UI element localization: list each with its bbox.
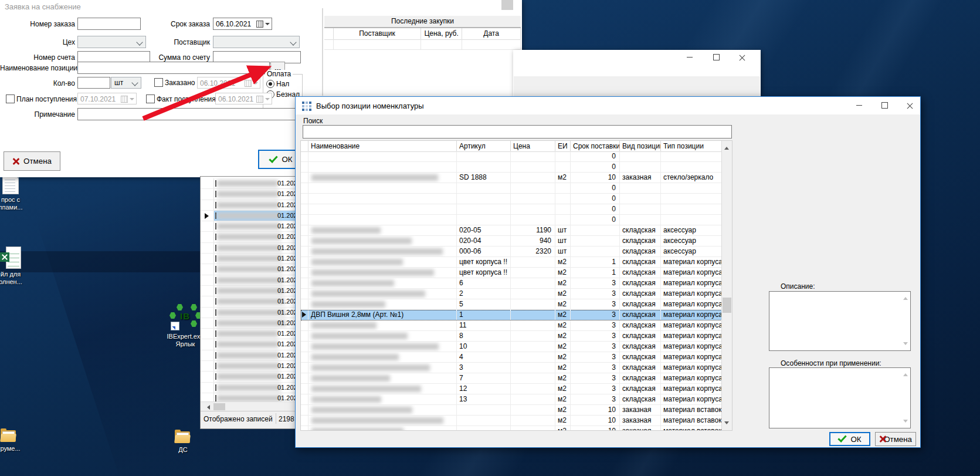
close-button[interactable] [900,99,919,111]
record-row[interactable]: 01.2021 [201,286,296,296]
nomenclature-row[interactable]: 0 [301,215,722,225]
nomenclature-row[interactable]: цвет корпуса !!м21складскаяматериал корп… [301,257,722,268]
ordered-checkbox[interactable] [154,78,163,87]
record-row[interactable]: 01.2021 [201,221,296,232]
nomenclature-row[interactable]: 020-04940штскладскаяаксессуар [301,236,722,247]
scroll-up-icon[interactable] [724,144,729,150]
order-number-input[interactable] [77,18,141,30]
inactive-window-button[interactable] [501,0,513,10]
nomenclature-row[interactable]: 10м23складскаяматериал корпуса [301,342,722,352]
workshop-combobox[interactable] [77,36,146,48]
scroll-down-icon[interactable] [724,421,729,427]
nomenclature-row[interactable]: м210заказнаяматериал вставок [301,416,722,426]
record-row[interactable]: 01.2021 [201,296,296,307]
maximize-button[interactable] [707,51,725,63]
nomenclature-row[interactable]: 6м23складскаяматериал корпуса [301,278,722,289]
nomenclature-row[interactable]: 0 [301,204,722,215]
nomenclature-row[interactable]: м210заказнаяматериал вставок [301,426,722,431]
unit-combobox[interactable]: шт [111,77,141,89]
nomenclature-row[interactable]: 3м23складскаяматериал корпуса [301,363,722,373]
close-button[interactable] [733,51,751,63]
fact-receipt-date-field[interactable]: 06.10.2021 [215,93,272,104]
dialog-ok-button[interactable]: ОК [829,432,870,446]
desktop-icon-excel-file[interactable]: йл дляолнен... [0,247,34,286]
record-row[interactable]: 01.2021 [201,211,296,221]
column-header[interactable]: Дата [462,28,521,39]
nomenclature-row[interactable]: 8м23складскаяматериал корпуса [301,331,722,342]
column-header[interactable]: Артикул [457,141,511,151]
nomenclature-row[interactable]: 020-051190штскладскаяаксессуар [301,225,722,236]
nomenclature-row[interactable]: 0 [301,194,722,204]
record-row[interactable]: 01.2021 [201,275,296,286]
nomenclature-row[interactable]: цвет корпуса !!м21складскаяматериал корп… [301,268,722,278]
qty-input[interactable] [77,77,110,89]
nomenclature-row[interactable]: 0 [301,183,722,194]
payment-cash-radio[interactable] [266,80,274,88]
scrollbar-thumb[interactable] [723,298,731,313]
desktop-icon-folder-tools[interactable]: труме... [0,430,29,453]
record-row[interactable]: 01.2021 [201,318,296,329]
nomenclature-row[interactable]: 12м23складскаяматериал корпуса [301,384,722,394]
column-header[interactable]: Цена, руб. [421,28,462,39]
minimize-button[interactable] [850,99,869,111]
form-cancel-button[interactable]: Отмена [4,151,60,171]
horizontal-scrollbar[interactable] [201,401,296,411]
record-row[interactable]: 01.2021 [201,243,296,254]
order-term-date-field[interactable]: 06.10.2021 [213,18,272,30]
plan-receipt-date-field[interactable]: 07.10.2021 [77,93,137,104]
record-row[interactable]: 01.2021 [201,232,296,242]
nomenclature-row[interactable]: SD 1888м210заказнаястекло/зеркало [301,173,722,183]
maximize-button[interactable] [875,99,894,111]
nomenclature-row[interactable]: 4м23складскаяматериал корпуса [301,352,722,363]
record-row[interactable]: 01.2021 [201,200,296,211]
supplier-combobox[interactable] [213,36,300,48]
column-header[interactable]: Поставщик [334,28,421,39]
scrollbar-thumb[interactable] [213,403,225,410]
minimize-button[interactable] [680,51,699,63]
record-row[interactable]: 01.2021 [201,308,296,318]
description-textbox[interactable] [769,291,911,351]
fact-receipt-checkbox[interactable] [146,94,155,103]
nomenclature-row[interactable]: 000-062320штскладскаяаксессуар [301,247,722,257]
column-header[interactable]: Вид позиции [620,141,661,151]
record-row[interactable]: 01.2021 [201,339,296,350]
record-row[interactable]: 01.2021 [201,264,296,275]
nomenclature-row[interactable]: 13м23складскаяматериал корпуса [301,394,722,405]
nomenclature-row[interactable]: 0 [301,162,722,173]
nomenclature-row[interactable]: 7м23складскаяматериал корпуса [301,373,722,384]
search-input[interactable] [303,125,732,139]
nomenclature-row[interactable]: 5м23складскаяматериал корпуса [301,299,722,310]
column-header[interactable]: Тип позиции [661,141,722,151]
ordered-date-field[interactable]: 06.10.2021 [197,77,260,89]
column-header[interactable]: Срок поставки [571,141,620,151]
desktop-icon-folder-ds[interactable]: ДС [165,431,201,454]
nomenclature-row[interactable]: 11м23складскаяматериал корпуса [301,320,722,331]
record-row[interactable]: 01.2021 [201,350,296,361]
nomenclature-row[interactable]: ДВП Вишня 2,8мм (Арт. №1)1м23складскаяма… [301,310,722,320]
calendar-icon[interactable] [256,21,263,28]
column-header[interactable]: ЕИ [555,141,571,151]
grid-cell-srok: 3 [571,384,620,394]
record-row[interactable]: 01.2021 [201,254,296,264]
vertical-scrollbar[interactable] [721,141,732,430]
note-input[interactable] [77,108,297,120]
record-row[interactable]: 01.2021 [201,329,296,339]
record-row[interactable]: 01.2021 [201,372,296,382]
plan-receipt-checkbox[interactable] [6,94,15,103]
scroll-left-icon[interactable] [205,405,210,410]
features-textbox[interactable] [769,367,911,428]
column-header[interactable]: Наименование [308,141,457,151]
dialog-cancel-button[interactable]: Отмена [875,432,916,446]
recent-purchases-empty-row[interactable] [324,39,521,50]
record-row[interactable]: 01.2021 [201,383,296,393]
record-row[interactable]: 01.2021 [201,361,296,372]
nomenclature-row[interactable]: м210заказнаяматериал вставок [301,405,722,416]
nomenclature-row[interactable]: 2м23складскаяматериал корпуса [301,289,722,299]
nomenclature-row[interactable]: 0 [301,151,722,162]
record-row[interactable]: 01.2021 [201,178,296,189]
column-header[interactable]: Цена [511,141,555,151]
desktop-icon-document[interactable]: прос сппами... [0,174,34,211]
record-row[interactable]: 01.2021 [201,189,296,200]
chevron-down-icon[interactable] [265,23,270,28]
position-name-input[interactable] [77,62,270,74]
